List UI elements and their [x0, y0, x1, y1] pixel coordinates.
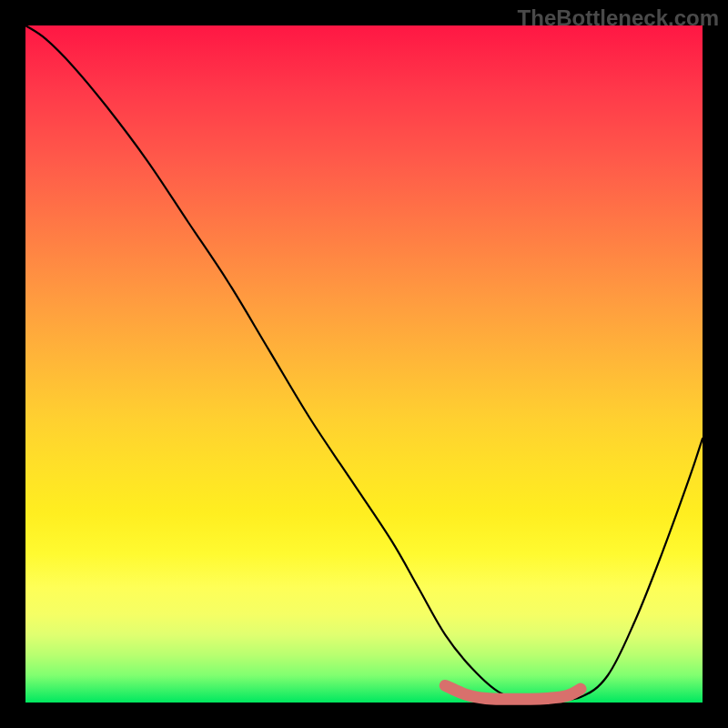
plot-area [25, 25, 703, 703]
chart-svg [25, 25, 703, 703]
main-curve [25, 25, 703, 700]
watermark-text: TheBottleneck.com [518, 5, 719, 31]
highlight-segment [445, 685, 581, 699]
